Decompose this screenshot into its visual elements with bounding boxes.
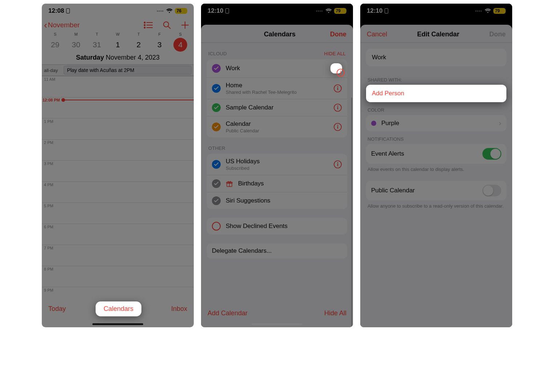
hide-all-link[interactable]: HIDE ALL [324, 51, 346, 56]
home-indicator[interactable] [252, 323, 302, 325]
calendar-row-calendar[interactable]: CalendarPublic Calendar [207, 116, 347, 137]
hour-row: 3 PM [42, 160, 194, 181]
calendars-button[interactable]: Calendars [96, 301, 141, 316]
calendar-name-field[interactable]: Work [366, 49, 506, 66]
plus-icon[interactable] [181, 21, 189, 29]
home-indicator[interactable] [92, 323, 143, 325]
signal-dots-icon: •••• [316, 9, 323, 13]
info-icon[interactable] [333, 123, 342, 131]
delegate-row[interactable]: Delegate Calendars... [207, 243, 347, 259]
svg-rect-12 [340, 72, 341, 75]
checkmark-icon[interactable] [212, 103, 221, 112]
calendar-nav: ‹ November [42, 18, 194, 32]
date-cell[interactable]: 31 [87, 40, 107, 49]
chevron-left-icon: ‹ [44, 20, 47, 30]
date-cell[interactable]: 29 [45, 40, 65, 49]
public-calendar-toggle[interactable] [482, 185, 501, 196]
checkmark-icon[interactable] [212, 179, 221, 188]
date-row: 29 30 31 1 2 3 4 [42, 36, 194, 52]
calendar-row-work[interactable]: Work [207, 59, 347, 77]
svg-rect-15 [337, 88, 338, 90]
current-time-indicator: 12:08 PM [42, 98, 194, 102]
list-view-icon[interactable] [144, 21, 153, 29]
date-cell[interactable]: 2 [128, 40, 149, 49]
signal-dots-icon: •••• [475, 9, 482, 13]
event-alerts-toggle[interactable] [482, 148, 501, 160]
checkmark-icon[interactable] [212, 160, 221, 169]
date-cell-selected[interactable]: 4 [173, 38, 187, 52]
svg-point-23 [337, 162, 338, 163]
wifi-icon [325, 8, 332, 13]
show-declined-card: Show Declined Events [207, 218, 347, 235]
show-declined-row[interactable]: Show Declined Events [207, 218, 347, 235]
checkmark-icon[interactable] [212, 84, 221, 93]
back-button[interactable]: ‹ November [44, 20, 80, 30]
date-cell[interactable]: 3 [149, 40, 170, 49]
date-cell[interactable]: 1 [107, 40, 128, 49]
signal-dots-icon: •••• [157, 9, 164, 13]
id-card-icon [225, 8, 229, 13]
weekday-header: SMTWTFS [42, 32, 194, 36]
checkmark-icon[interactable] [212, 64, 221, 73]
wifi-icon [166, 8, 173, 13]
info-icon[interactable] [333, 84, 342, 93]
info-icon[interactable] [333, 103, 342, 112]
hide-all-button[interactable]: Hide All [324, 309, 346, 317]
sheet-title: Edit Calendar [417, 31, 459, 38]
hour-row: 9 PM [42, 287, 194, 296]
color-row[interactable]: Purple › [366, 115, 506, 131]
inbox-button[interactable]: Inbox [171, 305, 187, 313]
cancel-button[interactable]: Cancel [367, 31, 387, 38]
id-card-icon [66, 8, 70, 13]
done-button[interactable]: Done [330, 31, 346, 38]
date-cell[interactable]: 30 [65, 40, 86, 49]
scroll-indicator[interactable] [351, 97, 352, 327]
event-alerts-row: Event Alerts [366, 144, 506, 164]
calendars-sheet: Calendars Done ICLOUD HIDE ALL Work [201, 25, 353, 327]
hour-row: 6 PM [42, 224, 194, 245]
status-time: 12:10 [208, 7, 223, 15]
hour-row: 1 PM [42, 118, 194, 139]
calendar-row-siri[interactable]: Siri Suggestions [207, 192, 347, 209]
calendar-row-holidays[interactable]: US HolidaysSubscribed [207, 154, 347, 175]
id-card-icon [385, 8, 388, 13]
search-icon[interactable] [162, 21, 171, 29]
svg-point-0 [144, 22, 145, 23]
info-icon[interactable] [330, 63, 342, 73]
other-calendars-card: US HolidaysSubscribed Birthdays Siri Sug… [207, 154, 347, 209]
all-day-row: all-day Play date with Acuñas at 2PM [42, 64, 194, 76]
hour-row: 11 AM [42, 76, 194, 97]
today-button[interactable]: Today [48, 305, 66, 313]
svg-rect-24 [337, 164, 338, 166]
sheet-title: Calendars [264, 31, 296, 38]
wifi-icon [485, 8, 491, 13]
chevron-right-icon: › [499, 119, 501, 127]
public-helper: Allow anyone to subscribe to a read-only… [360, 200, 512, 209]
screenshot-edit-calendar: 12:10 •••• 79⚡ Cancel Edit Calendar Done… [360, 4, 512, 327]
info-icon[interactable] [333, 160, 342, 169]
hour-grid[interactable]: 11 AM 12:08 PM . 1 PM 2 PM 3 PM 4 PM 5 P… [42, 76, 194, 296]
hour-row: 8 PM [42, 266, 194, 287]
radio-empty-icon[interactable] [212, 222, 221, 231]
calendar-row-home[interactable]: HomeShared with Rachel Tee-Melegrito [207, 77, 347, 99]
checkmark-icon[interactable] [212, 123, 221, 131]
calendar-row-sample[interactable]: Sample Calendar [207, 99, 347, 116]
battery-badge: 79⚡ [493, 8, 506, 14]
all-day-event[interactable]: Play date with Acuñas at 2PM [64, 66, 192, 75]
notifications-label: NOTIFICATIONS [360, 131, 512, 144]
svg-point-20 [337, 125, 338, 126]
status-bar: 12:08 •••• 76⚡ [42, 4, 194, 18]
hour-row: 2 PM [42, 139, 194, 160]
add-calendar-button[interactable]: Add Calendar [208, 309, 248, 317]
calendar-row-birthdays[interactable]: Birthdays [207, 175, 347, 192]
bottom-toolbar: Today Calendars Inbox [42, 296, 194, 327]
alerts-helper: Allow events on this calendar to display… [360, 164, 512, 173]
section-header: OTHER [208, 145, 225, 151]
add-person-button[interactable]: Add Person [366, 85, 506, 102]
done-button[interactable]: Done [489, 31, 506, 38]
gift-icon [226, 180, 233, 187]
checkmark-icon[interactable] [212, 196, 221, 205]
svg-point-17 [337, 105, 338, 107]
color-dot-icon [371, 121, 376, 126]
status-time: 12:08 [48, 7, 64, 15]
